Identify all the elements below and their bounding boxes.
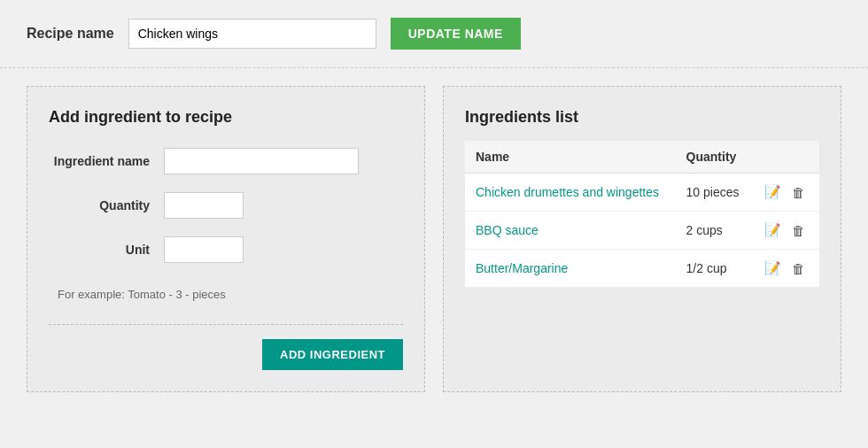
quantity-label: Quantity (49, 198, 164, 212)
action-icons: 📝 🗑 (763, 220, 809, 240)
edit-button[interactable]: 📝 (763, 220, 783, 240)
action-icons: 📝 🗑 (763, 182, 809, 202)
ingredient-actions-cell: 📝 🗑 (752, 250, 819, 288)
table-row: Chicken drumettes and wingettes10 pieces… (465, 174, 819, 212)
ingredient-quantity-cell: 10 pieces (676, 174, 752, 212)
main-content: Add ingredient to recipe Ingredient name… (0, 77, 868, 419)
add-ingredient-title: Add ingredient to recipe (49, 108, 403, 127)
edit-button[interactable]: 📝 (763, 259, 783, 278)
col-header-quantity: Quantity (676, 141, 752, 174)
ingredient-name-cell: Butter/Margarine (465, 250, 676, 288)
ingredients-list-title: Ingredients list (465, 108, 819, 127)
ingredient-quantity-cell: 1/2 cup (676, 250, 752, 288)
unit-row: Unit (49, 236, 403, 263)
edit-button[interactable]: 📝 (763, 182, 783, 202)
table-row: BBQ sauce2 cups 📝 🗑 (465, 212, 819, 250)
ingredient-name-input[interactable] (164, 148, 359, 174)
ingredient-quantity-cell: 2 cups (676, 212, 752, 250)
right-panel: Ingredients list Name Quantity Chicken d… (443, 86, 841, 392)
recipe-name-input[interactable] (128, 19, 376, 49)
ingredient-name-link[interactable]: Chicken drumettes and wingettes (476, 185, 659, 199)
table-row: Butter/Margarine1/2 cup 📝 🗑 (465, 250, 819, 288)
divider (49, 324, 403, 325)
recipe-name-label: Recipe name (27, 26, 114, 42)
update-name-button[interactable]: UPDATE NAME (391, 18, 521, 50)
action-icons: 📝 🗑 (763, 259, 809, 278)
quantity-input[interactable] (164, 192, 244, 219)
unit-input[interactable] (164, 236, 244, 263)
example-text: For example: Tomato - 3 - pieces (49, 288, 403, 301)
col-header-name: Name (465, 141, 676, 174)
unit-label: Unit (49, 243, 164, 257)
delete-button[interactable]: 🗑 (790, 183, 807, 202)
ingredient-name-cell: Chicken drumettes and wingettes (465, 174, 676, 212)
ingredient-name-link[interactable]: BBQ sauce (476, 223, 539, 237)
ingredient-name-label: Ingredient name (49, 154, 164, 168)
ingredient-name-cell: BBQ sauce (465, 212, 676, 250)
quantity-row: Quantity (49, 192, 403, 219)
header-section: Recipe name UPDATE NAME (0, 0, 868, 68)
ingredient-actions-cell: 📝 🗑 (752, 174, 819, 212)
ingredient-actions-cell: 📝 🗑 (752, 212, 819, 250)
ingredient-name-row: Ingredient name (49, 148, 403, 174)
col-header-actions (752, 141, 819, 174)
add-ingredient-button[interactable]: ADD INGREDIENT (262, 339, 403, 370)
delete-button[interactable]: 🗑 (790, 259, 807, 278)
ingredient-name-link[interactable]: Butter/Margarine (476, 261, 568, 275)
delete-button[interactable]: 🗑 (790, 221, 807, 240)
ingredients-table: Name Quantity Chicken drumettes and wing… (465, 141, 819, 288)
left-panel: Add ingredient to recipe Ingredient name… (27, 86, 425, 392)
table-header-row: Name Quantity (465, 141, 819, 174)
